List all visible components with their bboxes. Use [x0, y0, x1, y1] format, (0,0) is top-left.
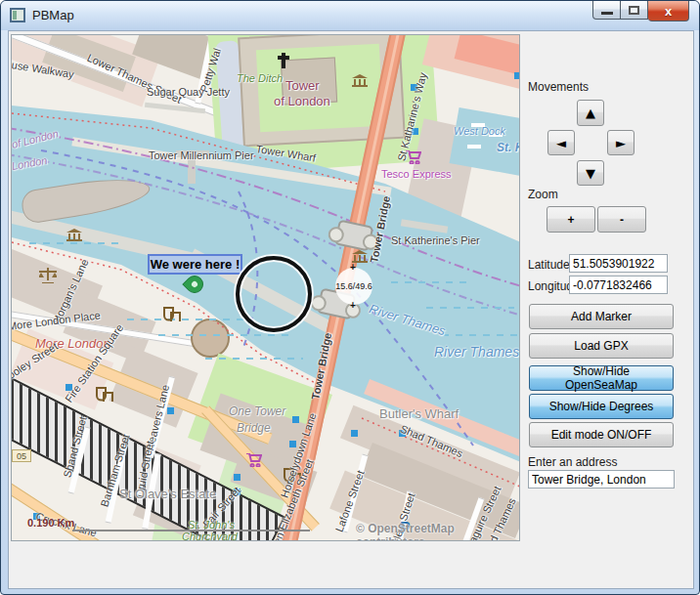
map-canvas[interactable]: use Walkway Lower Thames Street Petty Wa… — [11, 34, 520, 541]
map-label: of London — [274, 94, 330, 108]
latitude-label: Latitude — [528, 258, 570, 272]
load-gpx-button[interactable]: Load GPX — [529, 333, 674, 359]
map-label: The Ditch — [237, 72, 283, 84]
church-cross-icon — [282, 53, 285, 68]
close-icon: x — [665, 4, 672, 19]
toggle-openseamap-button[interactable]: Show/Hide OpenSeaMap — [529, 365, 674, 391]
museum-icon — [352, 74, 368, 87]
latitude-input[interactable] — [569, 254, 668, 273]
water-dashes — [426, 307, 514, 309]
map-label: West Dock — [454, 125, 505, 137]
water-dashes — [442, 334, 520, 336]
minimize-icon — [601, 12, 613, 15]
app-icon — [10, 8, 25, 22]
map-label: St Katherine's Pier — [391, 234, 480, 246]
zoom-in-button[interactable]: + — [547, 206, 595, 233]
move-left-button[interactable]: ◄ — [547, 130, 575, 155]
edit-mode-button[interactable]: Edit mode ON/OFF — [529, 422, 674, 447]
movements-label: Movements — [528, 80, 589, 94]
map-label: Tower — [285, 78, 320, 93]
water-dashes — [127, 319, 244, 320]
map-label: St. Ka — [497, 141, 520, 154]
poi-marker-icon — [514, 72, 520, 79]
theater-masks-icon — [163, 307, 181, 321]
shopping-cart-icon — [246, 453, 262, 467]
map-label: Tesco Express — [381, 168, 452, 180]
add-marker-button[interactable]: Add Marker — [529, 304, 674, 329]
move-right-button[interactable]: ► — [607, 130, 634, 155]
center-indicator-value: 15.6/49.6 — [335, 281, 372, 291]
water-dashes — [29, 242, 122, 244]
maximize-icon — [629, 6, 639, 15]
water-dashes — [391, 281, 469, 283]
route-badge: 05 — [12, 449, 31, 462]
maximize-button[interactable] — [621, 1, 648, 20]
app-window: PBMap x — [0, 0, 700, 595]
map-label: River Thames — [434, 344, 519, 360]
toggle-degrees-button[interactable]: Show/Hide Degrees — [529, 394, 674, 419]
marker-label[interactable]: We were here ! — [148, 254, 242, 275]
map-label: Sugar Quay Jetty — [147, 86, 230, 98]
titlebar[interactable]: PBMap x — [1, 1, 699, 30]
poi-marker-icon — [234, 474, 241, 481]
map-label: Churchyard — [182, 531, 238, 541]
address-label: Enter an address — [528, 455, 617, 469]
map-label: Bridge — [237, 421, 271, 435]
scale-bar — [72, 530, 310, 531]
map-label: Butler's Wharf — [379, 406, 459, 421]
move-up-button[interactable]: ▲ — [577, 100, 604, 126]
map-label: St Olave's Estate — [119, 487, 216, 501]
map-center-indicator: 15.6/49.6 — [335, 268, 372, 305]
minimize-button[interactable] — [592, 1, 621, 20]
scale-label: 0.190 Km — [27, 517, 74, 529]
poi-marker-icon — [167, 407, 174, 414]
longitude-input[interactable] — [569, 276, 668, 294]
client-area: use Walkway Lower Thames Street Petty Wa… — [8, 30, 694, 589]
poi-marker-icon — [292, 416, 299, 423]
zoom-out-button[interactable]: - — [597, 206, 646, 233]
map-label: Tower Millennium Pier — [149, 149, 254, 161]
boat — [467, 145, 481, 149]
water-dashes — [205, 358, 303, 360]
water-dashes — [158, 334, 295, 336]
map-attribution: © OpenStreetMap contributors — [356, 522, 519, 541]
address-input[interactable] — [528, 470, 675, 489]
map-label: One Tower — [229, 404, 285, 418]
move-down-button[interactable]: ▼ — [577, 160, 604, 186]
poi-marker-icon — [351, 430, 358, 437]
museum-icon — [66, 229, 82, 241]
scales-icon — [39, 268, 57, 283]
close-button[interactable]: x — [648, 1, 689, 21]
map-circle-overlay — [236, 256, 312, 332]
window-title: PBMap — [32, 8, 74, 22]
rotunda-building — [191, 319, 230, 358]
theater-masks-icon — [96, 387, 113, 402]
caption-buttons: x — [592, 1, 689, 21]
zoom-label: Zoom — [528, 188, 558, 201]
